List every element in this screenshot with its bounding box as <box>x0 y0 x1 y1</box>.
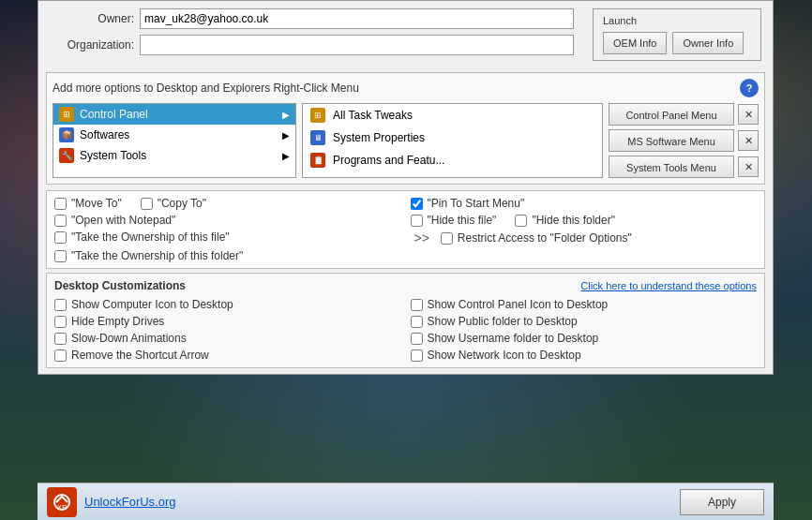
moveto-label: "Move To" <box>71 197 122 210</box>
explorer-content: ⊞ Control Panel ▶ 📦 Softwares ▶ 🔧 System… <box>53 103 759 178</box>
desktop-left: Show Computer Icon to Desktop Hide Empty… <box>54 298 401 362</box>
copyto-checkbox[interactable] <box>141 198 153 210</box>
right-btn-row-1: MS Software Menu ✕ <box>609 129 759 152</box>
launch-title: Launch <box>603 15 751 26</box>
st-icon: 🔧 <box>59 148 74 163</box>
desktop-item-r2: Show Username folder to Desktop <box>411 332 758 345</box>
hide-file-checkbox[interactable] <box>411 215 423 227</box>
ownership-file-row: "Take the Ownership of this file" <box>54 230 401 244</box>
tree-item-cp[interactable]: ⊞ Control Panel ▶ <box>53 104 295 125</box>
launch-group: Launch OEM Info Owner Info <box>593 8 761 61</box>
sw-arrow: ▶ <box>282 130 290 141</box>
ms-sw-menu-close[interactable]: ✕ <box>738 130 759 151</box>
desktop-label-r1: Show Public folder to Desktop <box>428 315 578 328</box>
sub-item-1[interactable]: 🖥 System Properties <box>303 126 602 149</box>
hide-folder-checkbox[interactable] <box>515 215 527 227</box>
sub-label-2: Programs and Featu... <box>333 154 444 167</box>
org-label: Organization: <box>50 38 134 52</box>
pin-start-checkbox[interactable] <box>411 198 423 210</box>
desktop-cb-r0[interactable] <box>411 299 423 311</box>
branding: XP UnlockForUs.org <box>47 487 176 517</box>
desktop-item-r1: Show Public folder to Desktop <box>411 315 758 328</box>
hide-folder-row: "Hide this folder" <box>515 214 615 227</box>
explorer-section: Add more options to Desktop and Explorer… <box>46 72 765 185</box>
desktop-link[interactable]: Click here to understand these options <box>580 280 757 291</box>
moveto-checkbox[interactable] <box>54 198 67 210</box>
svg-rect-0 <box>47 487 77 517</box>
sub-item-2[interactable]: 📋 Programs and Featu... <box>303 149 602 171</box>
restrict-label: Restrict Access to "Folder Options" <box>458 231 632 245</box>
desktop-cb-1[interactable] <box>54 316 67 328</box>
desktop-label-3: Remove the Shortcut Arrow <box>71 349 209 362</box>
sub-item-0[interactable]: ⊞ All Task Tweaks <box>303 104 602 126</box>
desktop-item-2: Slow-Down Animations <box>54 332 401 345</box>
owner-row: Owner: <box>50 8 574 29</box>
brand-link[interactable]: UnlockForUs.org <box>84 495 176 509</box>
desktop-item-1: Hide Empty Drives <box>54 315 401 328</box>
ownership-file-checkbox[interactable] <box>54 231 67 244</box>
sys-tools-menu-button[interactable]: System Tools Menu <box>609 156 734 178</box>
tree-menu: ⊞ Control Panel ▶ 📦 Softwares ▶ 🔧 System… <box>53 103 296 178</box>
cp-menu-button[interactable]: Control Panel Menu <box>609 103 734 126</box>
desktop-label-2: Slow-Down Animations <box>71 332 187 345</box>
ownership-file-label: "Take the Ownership of this file" <box>71 230 230 244</box>
desktop-right: Show Control Panel Icon to Desktop Show … <box>411 298 758 362</box>
cp-menu-close[interactable]: ✕ <box>738 104 759 125</box>
desktop-item-3: Remove the Shortcut Arrow <box>54 349 401 362</box>
apply-button[interactable]: Apply <box>680 489 764 515</box>
oem-info-button[interactable]: OEM Info <box>603 32 667 54</box>
hide-file-row: "Hide this file" <box>411 214 497 227</box>
desktop-cb-0[interactable] <box>54 299 67 311</box>
ownership-folder-row: "Take the Ownership of this folder" <box>54 249 401 262</box>
desktop-cb-r3[interactable] <box>411 349 423 362</box>
desktop-cb-2[interactable] <box>54 333 67 345</box>
owner-input[interactable] <box>140 8 574 29</box>
pin-start-label: "Pin To Start Menu" <box>428 197 525 210</box>
main-window: Owner: Organization: Launch OEM Info Own… <box>38 0 774 375</box>
ownership-folder-label: "Take the Ownership of this folder" <box>71 249 243 262</box>
org-row: Organization: <box>50 35 574 55</box>
hide-folder-label: "Hide this folder" <box>532 214 615 227</box>
open-notepad-label: "Open with Notepad" <box>71 214 175 227</box>
cp-icon: ⊞ <box>59 107 74 122</box>
restrict-checkbox[interactable] <box>441 232 453 245</box>
sub-icon-1: 🖥 <box>310 130 325 145</box>
desktop-cb-r1[interactable] <box>411 316 423 328</box>
open-notepad-row: "Open with Notepad" <box>54 214 401 227</box>
desktop-cb-r2[interactable] <box>411 333 423 345</box>
tree-item-st[interactable]: 🔧 System Tools ▶ <box>53 145 295 166</box>
owner-label: Owner: <box>50 12 134 25</box>
sys-tools-menu-close[interactable]: ✕ <box>738 156 759 177</box>
desktop-label-r0: Show Control Panel Icon to Desktop <box>428 298 609 311</box>
checkboxes-section: "Move To" "Copy To" "Pin To Start Menu" <box>46 190 765 269</box>
desktop-label-1: Hide Empty Drives <box>71 315 164 328</box>
explorer-title-row: Add more options to Desktop and Explorer… <box>53 79 759 97</box>
sub-label-0: All Task Tweaks <box>333 109 413 122</box>
tree-item-sw[interactable]: 📦 Softwares ▶ <box>53 125 295 145</box>
org-input[interactable] <box>140 35 574 55</box>
owner-info-button[interactable]: Owner Info <box>672 32 744 54</box>
right-btn-row-2: System Tools Menu ✕ <box>609 156 759 178</box>
desktop-item-r3: Show Network Icon to Desktop <box>411 349 758 362</box>
bottom-bar: XP UnlockForUs.org Apply <box>38 483 774 520</box>
pin-start-row: "Pin To Start Menu" <box>411 197 758 210</box>
sub-icon-2: 📋 <box>310 153 325 168</box>
desktop-title: Desktop Customizations <box>54 279 186 292</box>
restrict-row: Restrict Access to "Folder Options" <box>441 231 632 245</box>
owner-fields: Owner: Organization: <box>50 8 574 61</box>
open-notepad-checkbox[interactable] <box>54 215 67 227</box>
copyto-row: "Copy To" <box>141 197 206 210</box>
info-icon[interactable]: ? <box>740 79 759 97</box>
tree-item-cp-label: Control Panel <box>80 108 148 121</box>
tree-item-st-label: System Tools <box>80 149 146 162</box>
ms-sw-menu-button[interactable]: MS Software Menu <box>609 129 734 152</box>
right-buttons: Control Panel Menu ✕ MS Software Menu ✕ … <box>609 103 759 178</box>
ownership-folder-checkbox[interactable] <box>54 250 67 262</box>
desktop-cb-3[interactable] <box>54 349 67 362</box>
desktop-label-r2: Show Username folder to Desktop <box>428 332 599 345</box>
logo-icon: XP <box>47 487 77 517</box>
cp-arrow: ▶ <box>282 110 290 120</box>
sub-label-1: System Properties <box>333 131 425 144</box>
desktop-label-r3: Show Network Icon to Desktop <box>428 349 581 362</box>
explorer-title: Add more options to Desktop and Explorer… <box>53 82 359 95</box>
